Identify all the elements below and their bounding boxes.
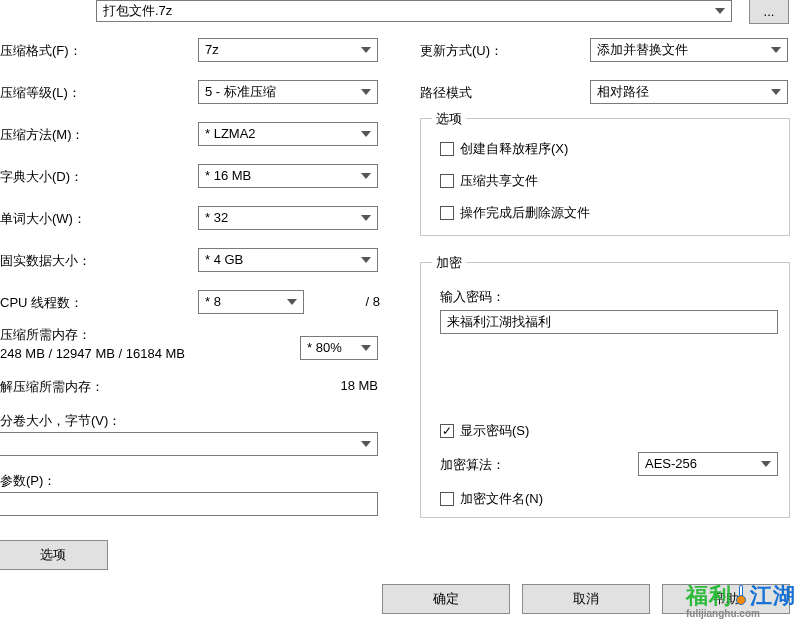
delete-checkbox[interactable] [440, 206, 454, 220]
pathmode-select[interactable]: 相对路径 [590, 80, 788, 104]
encrypt-names-row[interactable]: 加密文件名(N) [440, 490, 543, 508]
solid-select[interactable]: * 4 GB [198, 248, 378, 272]
watermark-part1: 福利 [686, 583, 732, 608]
volumes-label: 分卷大小，字节(V)： [0, 412, 121, 430]
ok-button[interactable]: 确定 [382, 584, 510, 614]
thermometer-icon [734, 583, 748, 603]
level-label: 压缩等级(L)： [0, 84, 81, 102]
threads-label: CPU 线程数： [0, 294, 83, 312]
watermark-title: 福利江湖 [686, 581, 796, 611]
encrypt-names-label: 加密文件名(N) [460, 490, 543, 508]
show-password-label: 显示密码(S) [460, 422, 529, 440]
level-value: 5 - 标准压缩 [205, 83, 276, 101]
encrypt-legend: 加密 [432, 254, 466, 272]
sfx-checkbox-row[interactable]: 创建自释放程序(X) [440, 140, 568, 158]
update-select[interactable]: 添加并替换文件 [590, 38, 788, 62]
word-select[interactable]: * 32 [198, 206, 378, 230]
archive-path-value: 打包文件.7z [103, 2, 172, 20]
threads-value: * 8 [205, 293, 221, 311]
show-password-checkbox[interactable] [440, 424, 454, 438]
browse-button[interactable]: ... [749, 0, 789, 24]
solid-value: * 4 GB [205, 251, 243, 269]
solid-label: 固实数据大小： [0, 252, 91, 270]
compress-mem-select-value: * 80% [307, 339, 342, 357]
compress-mem-label: 压缩所需内存： [0, 326, 91, 344]
format-value: 7z [205, 41, 219, 59]
threads-total: / 8 [350, 294, 380, 309]
update-label: 更新方式(U)： [420, 42, 503, 60]
method-select[interactable]: * LZMA2 [198, 122, 378, 146]
volumes-select[interactable] [0, 432, 378, 456]
archive-path-select[interactable]: 打包文件.7z [96, 0, 732, 22]
shared-checkbox-row[interactable]: 压缩共享文件 [440, 172, 538, 190]
dict-select[interactable]: * 16 MB [198, 164, 378, 188]
left-options-button[interactable]: 选项 [0, 540, 108, 570]
update-value: 添加并替换文件 [597, 41, 688, 59]
show-password-row[interactable]: 显示密码(S) [440, 422, 529, 440]
shared-checkbox[interactable] [440, 174, 454, 188]
compress-mem-stats: 248 MB / 12947 MB / 16184 MB [0, 346, 185, 361]
browse-label: ... [764, 4, 775, 19]
delete-label: 操作完成后删除源文件 [460, 204, 590, 222]
format-select[interactable]: 7z [198, 38, 378, 62]
decompress-mem-value: 18 MB [300, 378, 378, 393]
dict-label: 字典大小(D)： [0, 168, 83, 186]
algo-value: AES-256 [645, 455, 697, 473]
threads-select[interactable]: * 8 [198, 290, 304, 314]
pathmode-value: 相对路径 [597, 83, 649, 101]
delete-checkbox-row[interactable]: 操作完成后删除源文件 [440, 204, 590, 222]
sfx-checkbox[interactable] [440, 142, 454, 156]
encrypt-names-checkbox[interactable] [440, 492, 454, 506]
options-legend: 选项 [432, 110, 466, 128]
watermark-part2: 江湖 [750, 583, 796, 608]
dict-value: * 16 MB [205, 167, 251, 185]
password-value: 来福利江湖找福利 [447, 314, 551, 329]
format-label: 压缩格式(F)： [0, 42, 82, 60]
params-label: 参数(P)： [0, 472, 56, 490]
sfx-label: 创建自释放程序(X) [460, 140, 568, 158]
params-input[interactable] [0, 492, 378, 516]
compress-mem-select[interactable]: * 80% [300, 336, 378, 360]
algo-label: 加密算法： [440, 456, 505, 474]
left-options-label: 选项 [40, 546, 66, 564]
pathmode-label: 路径模式 [420, 84, 472, 102]
shared-label: 压缩共享文件 [460, 172, 538, 190]
word-value: * 32 [205, 209, 228, 227]
decompress-mem-label: 解压缩所需内存： [0, 378, 104, 396]
method-value: * LZMA2 [205, 125, 256, 143]
ok-label: 确定 [433, 590, 459, 608]
watermark: 福利江湖 fulijianghu.com [686, 581, 796, 619]
cancel-label: 取消 [573, 590, 599, 608]
algo-select[interactable]: AES-256 [638, 452, 778, 476]
method-label: 压缩方法(M)： [0, 126, 85, 144]
password-input[interactable]: 来福利江湖找福利 [440, 310, 778, 334]
password-label: 输入密码： [440, 288, 505, 306]
cancel-button[interactable]: 取消 [522, 584, 650, 614]
level-select[interactable]: 5 - 标准压缩 [198, 80, 378, 104]
word-label: 单词大小(W)： [0, 210, 86, 228]
